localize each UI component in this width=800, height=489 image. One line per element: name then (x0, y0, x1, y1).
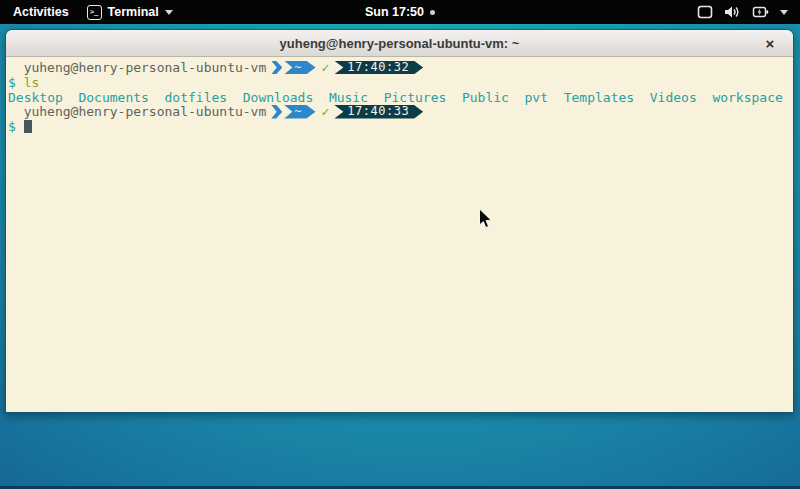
prompt-path-segment: ~ (284, 61, 315, 75)
command-line: $ ls (8, 75, 791, 90)
chevron-down-icon (165, 10, 173, 15)
app-menu[interactable]: >_ Terminal (87, 5, 173, 20)
text-cursor-block (24, 120, 32, 133)
directory-name: Music (329, 90, 368, 105)
window-titlebar[interactable]: yuheng@henry-personal-ubuntu-vm: ~ × (6, 30, 793, 57)
notification-dot-icon (430, 10, 435, 15)
directory-name: Videos (650, 90, 697, 105)
prompt-line: yuheng@henry-personal-ubuntu-vm ~ ✓ 17:4… (8, 60, 791, 75)
directory-name: pvt (525, 90, 548, 105)
battery-charging-icon (752, 5, 769, 19)
prompt-time-segment: 17:40:32 (334, 61, 423, 75)
prompt-dollar: $ (8, 75, 16, 90)
chevron-down-icon (780, 10, 788, 15)
directory-name: Documents (78, 90, 148, 105)
top-bar: Activities >_ Terminal Sun 17:50 (0, 0, 800, 24)
top-bar-left: Activities >_ Terminal (0, 3, 173, 21)
directory-name: Templates (564, 90, 634, 105)
clock-button[interactable]: Sun 17:50 (365, 5, 424, 19)
prompt-time-segment: 17:40:33 (334, 105, 423, 119)
command-text: ls (24, 75, 40, 90)
powerline-chevron-icon (271, 105, 282, 119)
app-menu-label: Terminal (108, 5, 159, 19)
check-icon: ✓ (322, 104, 330, 119)
directory-name: dotfiles (165, 90, 228, 105)
close-button[interactable]: × (759, 30, 781, 57)
prompt-dollar: $ (8, 119, 16, 134)
prompt-path-segment: ~ (284, 105, 315, 119)
directory-name: Public (462, 90, 509, 105)
activities-button[interactable]: Activities (9, 3, 73, 21)
volume-icon (724, 5, 741, 19)
terminal-app-icon: >_ (87, 5, 102, 20)
prompt-user: yuheng@henry-personal-ubuntu-vm (8, 60, 266, 75)
terminal-window: yuheng@henry-personal-ubuntu-vm: ~ × yuh… (5, 29, 794, 413)
prompt-line: yuheng@henry-personal-ubuntu-vm ~ ✓ 17:4… (8, 104, 791, 119)
check-icon: ✓ (322, 60, 330, 75)
window-title: yuheng@henry-personal-ubuntu-vm: ~ (280, 36, 520, 51)
prompt-user: yuheng@henry-personal-ubuntu-vm (8, 104, 266, 119)
input-line: $ (8, 119, 791, 134)
directory-name: Downloads (243, 90, 313, 105)
directory-name: Pictures (384, 90, 447, 105)
directory-name: workspace (712, 90, 782, 105)
terminal-content[interactable]: yuheng@henry-personal-ubuntu-vm ~ ✓ 17:4… (6, 57, 793, 413)
system-status-area[interactable] (697, 5, 800, 19)
ls-output-line: Desktop Documents dotfiles Downloads Mus… (8, 90, 791, 105)
directory-name: Desktop (8, 90, 63, 105)
powerline-chevron-icon (271, 61, 282, 75)
display-icon (697, 5, 713, 19)
